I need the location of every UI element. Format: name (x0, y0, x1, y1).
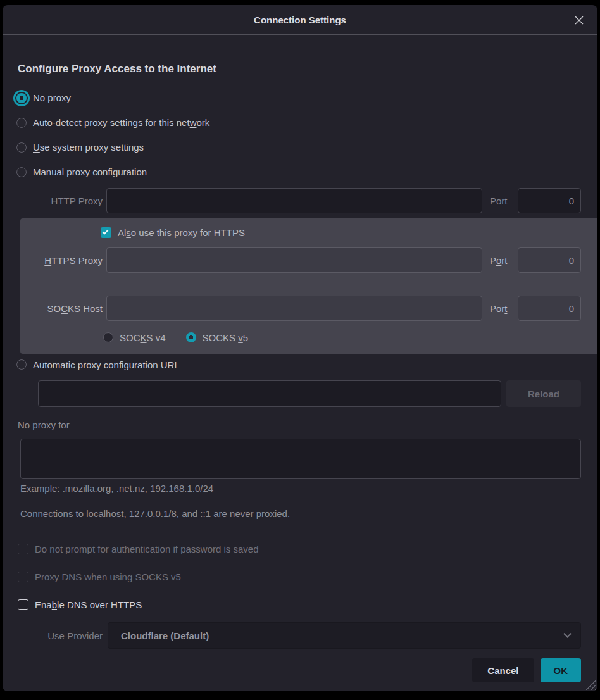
chevron-down-icon (563, 630, 572, 638)
label-pre: HTTP Pro (51, 196, 93, 206)
dialog-footer: Cancel OK (472, 658, 581, 682)
checkbox-icon[interactable] (18, 599, 28, 610)
label-post: rovider (73, 630, 103, 641)
checkbox-icon[interactable] (18, 544, 28, 554)
label-accesskey: w (190, 117, 197, 128)
checkbox-proxy-dns-socks5[interactable]: Proxy DNS when using SOCKS v5 (18, 569, 597, 584)
radio-icon[interactable] (16, 118, 27, 128)
check-icon (103, 228, 109, 234)
radio-system-proxy[interactable]: Use system proxy settings (3, 135, 597, 159)
radio-auto-detect[interactable]: Auto-detect proxy settings for this netw… (3, 110, 597, 135)
label-accesskey: M (33, 166, 41, 177)
radio-label: Auto-detect proxy settings for this netw… (33, 117, 209, 128)
highlighted-https-socks-panel: Also use this proxy for HTTPS HTTPS Prox… (20, 218, 597, 354)
label-post: 5 (243, 332, 248, 343)
http-proxy-label: HTTP Proxy (20, 196, 103, 206)
label-post: S v4 (147, 332, 166, 343)
https-proxy-row: HTTPS Proxy Port (20, 247, 581, 273)
https-proxy-input[interactable] (106, 247, 482, 273)
label-pre: SOCKS (203, 332, 239, 343)
label-pre: Ena (35, 599, 52, 610)
label-accesskey: y (66, 92, 72, 103)
socks-v4-label: SOCKS v4 (120, 332, 166, 343)
http-port-input[interactable] (518, 188, 581, 213)
also-use-https-row[interactable]: Also use this proxy for HTTPS (101, 225, 581, 240)
connection-settings-dialog: Connection Settings Configure Proxy Acce… (3, 5, 597, 691)
label-pre: R (528, 389, 535, 399)
label-post: o use this proxy for HTTPS (131, 227, 245, 238)
https-port-label: Port (486, 255, 514, 266)
checkbox-no-prompt-auth[interactable]: Do not prompt for authentication if pass… (18, 541, 597, 556)
automatic-url-input[interactable] (38, 380, 501, 407)
radio-socks-v5[interactable] (186, 332, 196, 342)
label-accesskey: N (18, 420, 25, 430)
section-header: Configure Proxy Access to the Internet (18, 63, 597, 77)
label-accesskey: v (238, 332, 243, 343)
socks-host-row: SOCKS Host Port (20, 296, 581, 321)
checkbox-label: Do not prompt for authentication if pass… (35, 544, 259, 554)
label-post: NS when using SOCKS v5 (68, 572, 181, 582)
radio-icon[interactable] (16, 359, 27, 370)
radio-automatic-proxy-url[interactable]: Automatic proxy configuration URL (3, 356, 597, 373)
resize-grip[interactable] (584, 678, 596, 690)
socks-version-group: SOCKS v4 SOCKS v5 (103, 330, 581, 345)
close-button[interactable] (571, 12, 587, 28)
radio-no-proxy[interactable]: No proxy (3, 85, 597, 110)
socks-host-input[interactable] (106, 296, 482, 321)
ok-button[interactable]: OK (541, 658, 582, 682)
label-post: o proxy for (25, 420, 70, 430)
label-accesskey: s (126, 227, 131, 238)
provider-selected-value: Cloudflare (Default) (121, 630, 565, 641)
radio-label: Manual proxy configuration (33, 166, 147, 177)
checkbox-checked-icon[interactable] (101, 227, 111, 238)
https-port-input[interactable] (518, 247, 581, 273)
label-post: le DNS over HTTPS (57, 599, 142, 610)
radio-socks-v4[interactable] (103, 332, 113, 342)
label-pre: No prox (33, 92, 66, 103)
label-pre: SO (47, 303, 61, 314)
no-proxy-for-textarea[interactable] (20, 439, 581, 479)
http-port-label: Port (486, 196, 514, 206)
reload-label: Reload (528, 389, 559, 399)
label-pre: Use (47, 630, 67, 641)
label-post: cation if password is saved (145, 544, 258, 554)
localhost-note-text: Connections to localhost, 127.0.0.1/8, a… (20, 508, 597, 521)
checkbox-label: Proxy DNS when using SOCKS v5 (35, 572, 181, 582)
radio-label: Use system proxy settings (33, 142, 144, 153)
label-accesskey: D (62, 572, 69, 582)
radio-manual-proxy[interactable]: Manual proxy configuration (3, 159, 597, 184)
label-post: se system proxy settings (40, 142, 144, 153)
http-proxy-input[interactable] (106, 188, 482, 213)
checkbox-label: Enable DNS over HTTPS (35, 599, 142, 610)
label-accesskey: A (33, 359, 39, 370)
reload-button[interactable]: Reload (506, 380, 581, 407)
label-post: rt (501, 255, 507, 266)
checkbox-icon[interactable] (18, 572, 28, 582)
label-accesskey: P (490, 196, 496, 206)
dialog-titlebar: Connection Settings (3, 5, 597, 35)
label-post: TTPS Proxy (51, 255, 103, 266)
label: No proxy for (18, 420, 70, 430)
cancel-button[interactable]: Cancel (472, 658, 534, 682)
label-post: load (540, 389, 559, 399)
provider-dropdown[interactable]: Cloudflare (Default) (108, 622, 581, 649)
radio-icon[interactable] (16, 167, 27, 177)
label-pre: Proxy (35, 572, 62, 582)
no-proxy-example-text: Example: .mozilla.org, .net.nz, 192.168.… (20, 483, 597, 496)
label-accesskey: t (504, 303, 507, 314)
label-post: ork (196, 117, 209, 128)
label-pre: SOC (120, 332, 141, 343)
checkbox-enable-doh[interactable]: Enable DNS over HTTPS (18, 597, 597, 612)
label-accesskey: K (141, 332, 147, 343)
radio-icon-selected[interactable] (16, 93, 27, 103)
label-post: ort (496, 196, 508, 206)
http-proxy-row: HTTP Proxy Port (20, 188, 581, 213)
socks-port-input[interactable] (518, 296, 581, 321)
label-accesskey: U (33, 142, 40, 153)
radio-icon[interactable] (16, 142, 27, 153)
label-accesskey: x (93, 196, 98, 206)
socks-port-label: Port (486, 303, 514, 314)
label-post: anual proxy configuration (41, 166, 147, 177)
label-accesskey: H (44, 255, 51, 266)
label-pre: P (490, 255, 496, 266)
